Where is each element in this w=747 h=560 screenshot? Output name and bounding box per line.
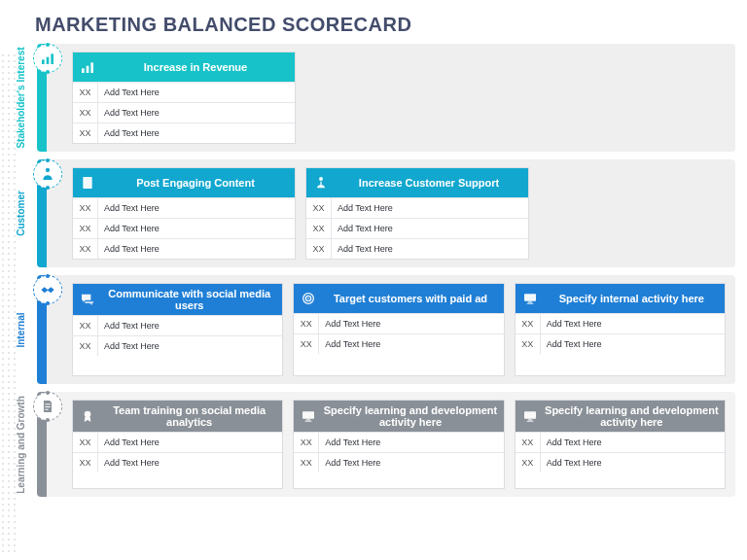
svg-rect-17 bbox=[45, 406, 50, 407]
row-code: XX bbox=[73, 433, 98, 452]
card-title: Specify learning and development activit… bbox=[323, 404, 497, 428]
card-title: Target customers with paid ad bbox=[323, 293, 497, 304]
row-code: XX bbox=[73, 239, 98, 259]
perspective-spine: Stakeholder's Interest bbox=[6, 44, 35, 152]
card-row: XXAdd Text Here bbox=[516, 452, 725, 472]
row-code: XX bbox=[73, 219, 98, 238]
svg-rect-21 bbox=[306, 419, 310, 420]
row-code: XX bbox=[294, 314, 319, 333]
svg-rect-24 bbox=[528, 419, 532, 420]
card-title: Increase in Revenue bbox=[102, 61, 289, 73]
row-placeholder: Add Text Here bbox=[98, 123, 165, 143]
svg-point-9 bbox=[319, 177, 323, 181]
row-placeholder: Add Text Here bbox=[98, 219, 165, 238]
row-placeholder: Add Text Here bbox=[98, 239, 165, 259]
scorecard-card: Post Engaging ContentXXAdd Text HereXXAd… bbox=[72, 167, 296, 260]
card-row: XXAdd Text Here bbox=[516, 313, 725, 333]
card-row: XXAdd Text Here bbox=[516, 432, 725, 452]
card-row: XXAdd Text Here bbox=[73, 197, 295, 218]
row-placeholder: Add Text Here bbox=[319, 334, 386, 354]
svg-rect-2 bbox=[51, 53, 53, 64]
row-placeholder: Add Text Here bbox=[98, 83, 165, 102]
screen-icon bbox=[521, 408, 539, 424]
row-placeholder: Add Text Here bbox=[332, 239, 399, 259]
row-placeholder: Add Text Here bbox=[98, 433, 165, 452]
scorecard-card: Target customers with paid adXXAdd Text … bbox=[293, 283, 504, 376]
perspective-label: Internal bbox=[16, 312, 26, 347]
card-header: Specify internal activity here bbox=[516, 284, 725, 313]
card-row: XXAdd Text Here bbox=[294, 313, 503, 333]
card-header: Specify learning and development activit… bbox=[516, 401, 725, 432]
scorecard-card: Team training on social media analyticsX… bbox=[72, 400, 283, 489]
bars-up-icon bbox=[79, 59, 96, 75]
perspective-list: Stakeholder's InterestIncrease in Revenu… bbox=[0, 44, 735, 497]
card-row: XXAdd Text Here bbox=[306, 197, 528, 218]
perspective-panel: Team training on social media analyticsX… bbox=[47, 392, 735, 497]
scorecard-card: Specify learning and development activit… bbox=[293, 400, 504, 489]
svg-rect-14 bbox=[528, 301, 532, 302]
row-code: XX bbox=[294, 334, 319, 354]
badge-icon bbox=[79, 408, 96, 424]
card-row: XXAdd Text Here bbox=[306, 238, 528, 259]
row-placeholder: Add Text Here bbox=[541, 453, 608, 472]
row-code: XX bbox=[516, 334, 541, 354]
row-code: XX bbox=[516, 453, 541, 472]
perspective-panel: Increase in RevenueXXAdd Text HereXXAdd … bbox=[47, 44, 735, 152]
row-placeholder: Add Text Here bbox=[319, 453, 386, 472]
scorecard-card: Communicate with social media usersXXAdd… bbox=[72, 283, 283, 376]
doc-star-icon bbox=[79, 175, 96, 191]
row-placeholder: Add Text Here bbox=[98, 198, 165, 218]
row-placeholder: Add Text Here bbox=[98, 103, 165, 122]
svg-rect-22 bbox=[305, 421, 312, 422]
perspective-label: Customer bbox=[16, 191, 26, 236]
row-placeholder: Add Text Here bbox=[319, 314, 386, 333]
row-placeholder: Add Text Here bbox=[541, 314, 608, 333]
svg-rect-15 bbox=[526, 303, 533, 304]
perspective-label: Stakeholder's Interest bbox=[16, 47, 26, 148]
row-placeholder: Add Text Here bbox=[98, 316, 165, 335]
card-header: Increase Customer Support bbox=[306, 168, 528, 197]
handshake-icon bbox=[33, 275, 62, 304]
svg-rect-4 bbox=[87, 66, 89, 73]
row-placeholder: Add Text Here bbox=[332, 219, 399, 238]
card-row: XXAdd Text Here bbox=[73, 452, 282, 472]
perspective-bar bbox=[37, 159, 47, 267]
card-title: Communicate with social media users bbox=[102, 288, 276, 311]
svg-rect-23 bbox=[524, 411, 536, 418]
screen-icon bbox=[300, 408, 317, 424]
svg-rect-13 bbox=[524, 294, 536, 300]
screen-icon bbox=[521, 291, 539, 306]
perspective-internal: InternalCommunicate with social media us… bbox=[6, 275, 735, 384]
card-row: XXAdd Text Here bbox=[73, 315, 282, 335]
perspective-panel: Post Engaging ContentXXAdd Text HereXXAd… bbox=[47, 159, 735, 267]
perspective-customer: CustomerPost Engaging ContentXXAdd Text … bbox=[6, 159, 735, 267]
perspective-panel: Communicate with social media usersXXAdd… bbox=[47, 275, 735, 384]
slide: MARKETING BALANCED SCORECARD Stakeholder… bbox=[0, 0, 747, 560]
row-code: XX bbox=[73, 336, 98, 356]
person-icon bbox=[33, 159, 62, 189]
card-row: XXAdd Text Here bbox=[294, 452, 503, 472]
card-header: Post Engaging Content bbox=[73, 168, 295, 197]
svg-rect-25 bbox=[526, 421, 533, 422]
perspective-spine: Customer bbox=[6, 159, 35, 267]
row-placeholder: Add Text Here bbox=[541, 334, 608, 354]
card-header: Team training on social media analytics bbox=[73, 401, 282, 432]
perspective-spine: Internal bbox=[6, 275, 35, 384]
scorecard-card: Increase in RevenueXXAdd Text HereXXAdd … bbox=[72, 52, 296, 144]
card-header: Target customers with paid ad bbox=[294, 284, 503, 313]
svg-rect-18 bbox=[45, 409, 48, 410]
row-code: XX bbox=[294, 433, 319, 452]
row-code: XX bbox=[73, 83, 98, 102]
card-row: XXAdd Text Here bbox=[294, 432, 503, 452]
card-row: XXAdd Text Here bbox=[73, 432, 282, 452]
svg-rect-3 bbox=[82, 68, 85, 73]
row-code: XX bbox=[73, 123, 98, 143]
svg-rect-0 bbox=[42, 59, 45, 64]
svg-point-6 bbox=[46, 168, 50, 172]
card-header: Increase in Revenue bbox=[73, 52, 295, 82]
card-header: Specify learning and development activit… bbox=[294, 401, 503, 432]
page-title: MARKETING BALANCED SCORECARD bbox=[0, 8, 735, 44]
card-row: XXAdd Text Here bbox=[73, 218, 295, 238]
row-code: XX bbox=[516, 433, 541, 452]
svg-point-12 bbox=[308, 298, 310, 299]
